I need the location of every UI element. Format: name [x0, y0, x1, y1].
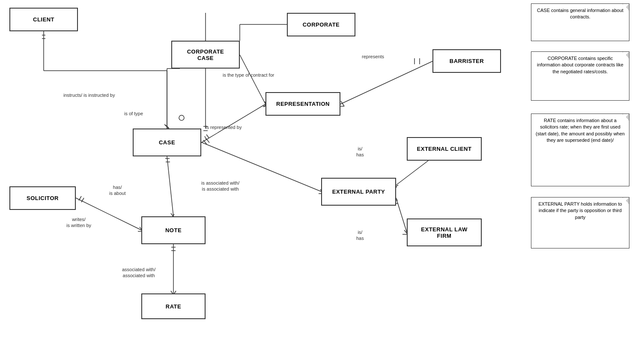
- svg-line-45: [79, 196, 81, 200]
- note-corporate: CORPORATE contains specific information …: [531, 51, 629, 101]
- entity-barrister: BARRISTER: [432, 49, 501, 73]
- relation-associated-with: associated with/associated with: [122, 266, 155, 279]
- svg-line-46: [81, 198, 84, 202]
- svg-line-21: [240, 55, 265, 104]
- note-rate: RATE contains information about a solici…: [531, 114, 629, 186]
- svg-line-30: [205, 136, 206, 140]
- note-external-party: EXTERNAL PARTY holds information to indi…: [531, 197, 629, 248]
- svg-line-24: [340, 61, 432, 104]
- entity-solicitor: SOLICITOR: [9, 186, 76, 210]
- entity-client: CLIENT: [9, 8, 78, 31]
- svg-point-9: [179, 115, 184, 120]
- relation-writes: writes/is written by: [66, 216, 91, 229]
- relation-is-associated-with: is associated with/is associated with: [201, 180, 239, 192]
- svg-line-27: [341, 101, 344, 106]
- entity-corporate: CORPORATE: [287, 13, 355, 36]
- relation-is-of-type: is of type: [124, 111, 143, 117]
- relation-is-has-ex-law: is/has: [356, 229, 364, 242]
- svg-line-4: [165, 125, 169, 129]
- entity-note: NOTE: [141, 216, 206, 244]
- svg-line-35: [203, 140, 207, 144]
- svg-line-31: [206, 135, 209, 138]
- relation-is-has-ex-client: is/has: [356, 146, 364, 158]
- entity-rate: RATE: [141, 293, 206, 319]
- svg-line-36: [206, 138, 209, 143]
- entity-representation: REPRESENTATION: [265, 92, 340, 116]
- relation-instructs: instructs/ is instructed by: [63, 92, 115, 98]
- entity-case: CASE: [133, 129, 201, 156]
- note-case: CASE contains general information about …: [531, 3, 629, 41]
- entity-external-party: EXTERNAL PARTY: [321, 178, 396, 206]
- relation-is-type-contract: is the type of contract for: [223, 72, 274, 78]
- entity-corporate-case: CORPORATECASE: [171, 41, 240, 69]
- svg-line-11: [164, 124, 169, 128]
- svg-line-59: [396, 198, 407, 232]
- diagram-container: CLIENT CORPORATE CORPORATECASE BARRISTER…: [0, 0, 644, 356]
- entity-external-law-firm: EXTERNAL LAWFIRM: [407, 218, 482, 246]
- relation-represents: represents: [362, 54, 384, 60]
- svg-line-39: [167, 156, 173, 216]
- relation-is-represented-by: is represented by: [206, 124, 242, 130]
- entity-external-client: EXTERNAL CLIENT: [407, 137, 482, 161]
- relation-has-is-about: has/is about: [109, 184, 126, 197]
- svg-line-29: [201, 104, 265, 143]
